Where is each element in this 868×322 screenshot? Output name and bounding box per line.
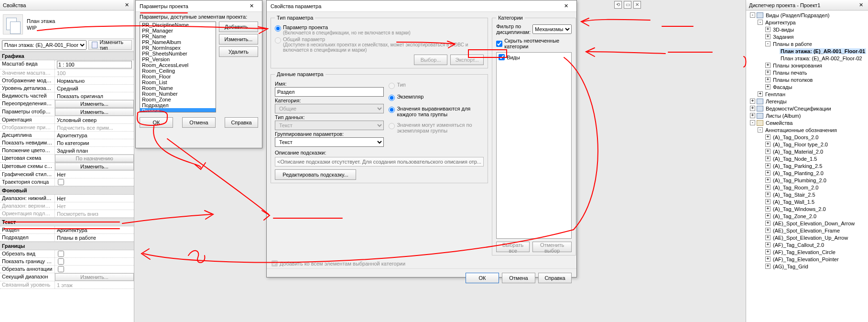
tree-node[interactable]: +(AE)_Spot_Elevation_Down_Arrow (746, 220, 868, 227)
prop-value[interactable]: По назначению (55, 155, 134, 162)
vary-radio[interactable] (389, 123, 395, 129)
collapse-icon[interactable]: - (750, 120, 755, 125)
prop-value[interactable]: 100 (55, 69, 134, 77)
close-icon[interactable]: ✕ (633, 1, 641, 9)
prop-row[interactable]: Переопределения в...Изменить... (0, 100, 134, 108)
ok-button[interactable]: ОК (140, 117, 173, 128)
tree-node[interactable]: +(AG)_Tag_Grid (746, 263, 868, 270)
prop-row[interactable]: ОриентацияУсловный север (0, 116, 134, 124)
prop-row[interactable]: Связанный уровень1 этаж (0, 281, 134, 289)
expand-icon[interactable]: + (750, 106, 755, 111)
expand-icon[interactable]: + (765, 192, 770, 197)
collapse-icon[interactable]: - (758, 20, 763, 25)
prop-value[interactable]: Задний план (55, 147, 134, 154)
collapse-icon[interactable]: - (765, 41, 770, 46)
browser-titlebar[interactable]: Диспетчер проекта - Проект1 ✕ (746, 0, 868, 11)
expand-icon[interactable]: + (765, 235, 770, 240)
expand-icon[interactable]: + (765, 170, 770, 176)
category-checkbox[interactable] (499, 54, 505, 60)
prop-row[interactable]: Параметры отобра...Изменить... (0, 108, 134, 116)
maximize-icon[interactable]: ▭ (624, 1, 631, 9)
dlg1-titlebar[interactable]: Параметры проекта ✕ (136, 0, 262, 12)
param-list-item[interactable]: PR_DisciplineName (140, 22, 216, 28)
param-list-item[interactable]: PR_SheetsNumber (140, 51, 216, 56)
delete-button[interactable]: Удалить (219, 46, 258, 57)
prop-row[interactable]: Диапазон: верхний у...Нет (0, 202, 134, 210)
tree-node[interactable]: План этажа: (E)_AR-001_Floor-01 (746, 47, 868, 55)
param-list-item[interactable]: Раздел (140, 108, 216, 112)
groupby-select[interactable]: Текст (275, 137, 384, 147)
tree-node[interactable]: +Ведомости/Спецификации (746, 105, 868, 112)
prop-row[interactable]: Секущий диапазонИзменить... (0, 273, 134, 281)
prop-value[interactable]: Посмотреть вниз (55, 210, 134, 217)
prop-value[interactable]: Архитектура (55, 226, 134, 233)
prop-group-header[interactable]: Фоновый (0, 186, 134, 195)
select-all-button[interactable]: Выбрать все (496, 242, 530, 252)
expand-icon[interactable]: + (765, 185, 770, 190)
expand-icon[interactable]: + (765, 256, 770, 262)
category-item[interactable]: Виды (498, 54, 570, 61)
add-all-checkbox[interactable] (271, 260, 278, 266)
datatype-select[interactable]: Текст (275, 121, 384, 130)
prop-row[interactable]: Цветовые схемы сис...Изменить... (0, 163, 134, 171)
expand-icon[interactable]: + (765, 70, 770, 75)
prop-row[interactable]: Отображение прим...Подчистить все прим..… (0, 124, 134, 132)
prop-value[interactable]: Изменить... (55, 273, 134, 281)
expand-icon[interactable]: + (765, 242, 770, 247)
prop-value[interactable]: Нет (55, 195, 134, 202)
edit-button[interactable]: Изменить... (219, 34, 258, 44)
tree-node[interactable]: -Планы в работе (746, 40, 868, 47)
collapse-icon[interactable]: - (758, 127, 763, 133)
tree-node[interactable]: +(A)_Tag_Parking_2.5 (746, 162, 868, 169)
prop-row[interactable]: Диапазон: нижний у...Нет (0, 195, 134, 202)
properties-header[interactable]: План этажа WIP (0, 11, 134, 39)
tree-node[interactable]: -Архитектура (746, 19, 868, 26)
tree-node[interactable]: +Задания (746, 33, 868, 40)
expand-icon[interactable]: + (765, 264, 770, 269)
prop-checkbox[interactable] (58, 179, 64, 185)
prop-value[interactable]: Нормально (55, 77, 134, 84)
expand-icon[interactable]: + (765, 213, 770, 219)
prop-row[interactable]: РазделАрхитектура (0, 226, 134, 234)
expand-icon[interactable]: + (765, 142, 770, 147)
tree-node[interactable]: +(A)_Tag_Node_1.5 (746, 155, 868, 162)
prop-value[interactable]: Средний (55, 85, 134, 92)
project-param-radio[interactable] (275, 25, 281, 32)
shared-param-radio[interactable] (275, 37, 281, 44)
tree-node[interactable]: +Планы печать (746, 69, 868, 76)
param-list-item[interactable]: Room_Ceiling (140, 68, 216, 74)
properties-body[interactable]: ГрафикаМасштаб видаЗначение масштаба...1… (0, 51, 134, 322)
prop-row[interactable]: ПодразделПланы в работе (0, 234, 134, 242)
expand-icon[interactable]: + (765, 228, 770, 233)
expand-icon[interactable]: + (765, 77, 770, 82)
expand-icon[interactable]: + (750, 113, 755, 118)
tree-node[interactable]: +(A)_Tag_Stair_2.5 (746, 191, 868, 198)
prop-row[interactable]: Положение цветово...Задний план (0, 147, 134, 155)
prop-checkbox[interactable] (58, 266, 64, 272)
tree-node[interactable]: +Легенды (746, 98, 868, 105)
tree-node[interactable]: +(A)_Tag_Zone_2.0 (746, 212, 868, 220)
tree-node[interactable]: +(AF)_Tag_Callout_2.0 (746, 241, 868, 248)
tree-node[interactable]: -Семейства (746, 119, 868, 126)
cancel-button[interactable]: Отмена (502, 273, 535, 283)
tree-node[interactable]: +Планы потолков (746, 76, 868, 83)
filter-select[interactable]: Механизмы (532, 24, 572, 34)
expand-icon[interactable]: + (765, 163, 770, 168)
param-list-item[interactable]: Room_List (140, 79, 216, 85)
prop-value[interactable] (55, 266, 134, 273)
param-list-item[interactable]: PR_NameAlbum (140, 39, 216, 45)
prop-value[interactable]: Архитектура (55, 132, 134, 139)
restore-icon[interactable]: ⟲ (614, 1, 622, 9)
prop-group-header[interactable]: Текст (0, 218, 134, 226)
category-select[interactable]: Общие (275, 104, 384, 113)
prop-row[interactable]: Показать границу о... (0, 258, 134, 266)
prop-checkbox[interactable] (58, 258, 64, 265)
tree-node[interactable]: -Аннотационные обозначения (746, 126, 868, 133)
param-list-item[interactable]: Room_AccessLevel (140, 62, 216, 68)
prop-row[interactable]: Обрезать аннотации (0, 266, 134, 273)
project-tree[interactable]: -Виды (Раздел/Подраздел)-Архитектура+3D-… (746, 11, 868, 322)
parameter-list[interactable]: PR_DisciplineNamePR_ManagerPR_NamePR_Nam… (140, 22, 216, 112)
tree-node[interactable]: +(A)_Tag_Doors_2.0 (746, 133, 868, 141)
close-icon[interactable]: ✕ (122, 1, 131, 10)
prop-row[interactable]: Показать невидимы...По категории (0, 139, 134, 147)
